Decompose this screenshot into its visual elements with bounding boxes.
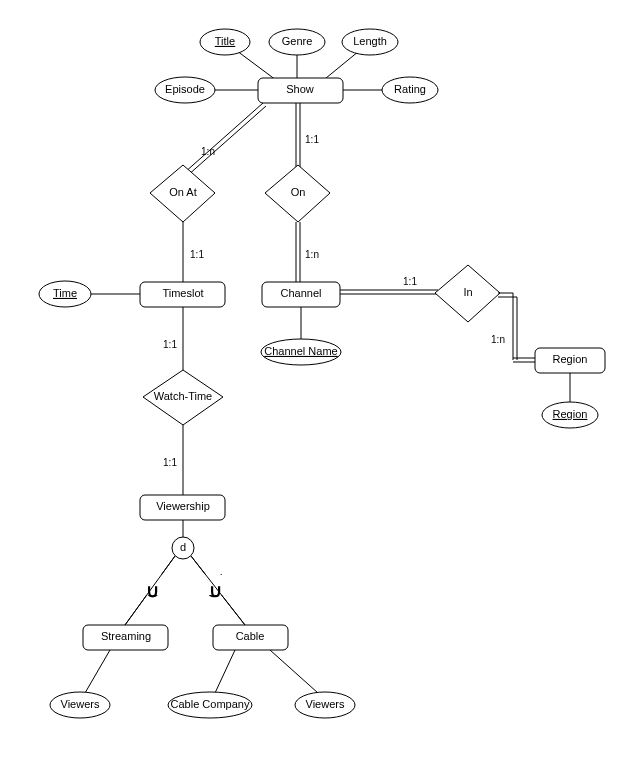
edge-cable-company — [215, 650, 235, 693]
er-diagram: Title Genre Length Episode Rating Show 1… — [0, 0, 644, 774]
edge-show-onat-1 — [184, 103, 263, 173]
edge-streaming-viewers — [85, 650, 110, 693]
card-channel-in: 1:1 — [403, 276, 417, 287]
card-in-region: 1:n — [491, 334, 505, 345]
attr-viewers-cable-label: Viewers — [306, 698, 345, 710]
attr-viewers-streaming-label: Viewers — [61, 698, 100, 710]
rel-on-at-label: On At — [169, 186, 197, 198]
card-watchtime-viewership: 1:1 — [163, 457, 177, 468]
attr-time-label: Time — [53, 287, 77, 299]
attr-genre-label: Genre — [282, 35, 313, 47]
rel-on-label: On — [291, 186, 306, 198]
card-show-on: 1:1 — [305, 134, 319, 145]
subset-u-left2: ∪ — [146, 581, 159, 601]
entity-region-label: Region — [553, 353, 588, 365]
card-timeslot-watchtime: 1:1 — [163, 339, 177, 350]
attr-episode-label: Episode — [165, 83, 205, 95]
attr-cable-company-label: Cable Company — [171, 698, 250, 710]
entity-timeslot-label: Timeslot — [162, 287, 203, 299]
entity-channel-label: Channel — [281, 287, 322, 299]
attr-title-label: Title — [215, 35, 235, 47]
rel-watch-time-label: Watch-Time — [154, 390, 212, 402]
entity-viewership-label: Viewership — [156, 500, 210, 512]
attr-channel-name-label: Channel Name — [264, 345, 337, 357]
card-show-onat: 1:n — [201, 146, 215, 157]
attr-region-label: Region — [553, 408, 588, 420]
entity-streaming-label: Streaming — [101, 630, 151, 642]
attr-rating-label: Rating — [394, 83, 426, 95]
attr-length-label: Length — [353, 35, 387, 47]
edge-show-onat-2 — [187, 106, 266, 176]
entity-cable-label: Cable — [236, 630, 265, 642]
entity-show-label: Show — [286, 83, 314, 95]
edge-cable-viewers — [270, 650, 318, 693]
rel-in-label: In — [463, 286, 472, 298]
disjoint-label: d — [180, 541, 186, 553]
subset-u-right2: ∪ — [209, 581, 222, 601]
card-onat-timeslot: 1:1 — [190, 249, 204, 260]
card-on-channel: 1:n — [305, 249, 319, 260]
